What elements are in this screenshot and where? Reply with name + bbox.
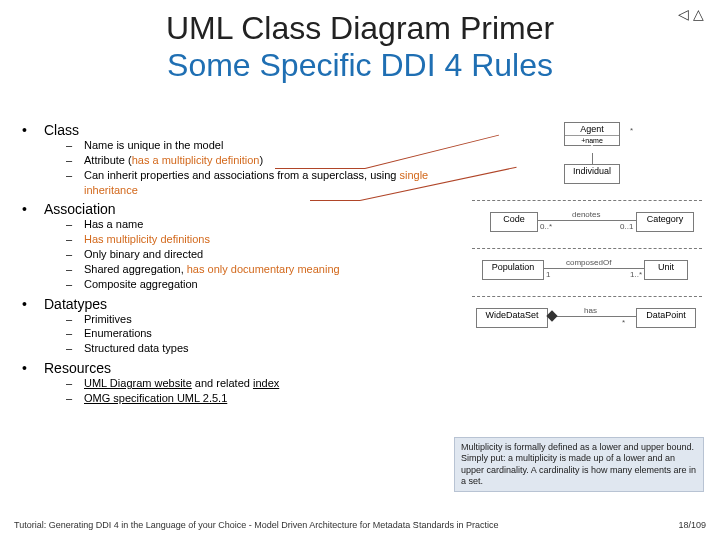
- list-item: –Shared aggregation, has only documentar…: [66, 262, 452, 277]
- list-item: –UML Diagram website and related index: [66, 376, 452, 391]
- multiplicity-label: 0..1: [620, 222, 633, 231]
- multiplicity-label: 1..*: [630, 270, 642, 279]
- uml-website-link[interactable]: UML Diagram website: [84, 377, 192, 389]
- slide-title: UML Class Diagram Primer Some Specific D…: [0, 0, 720, 84]
- list-item: –Structured data types: [66, 341, 452, 356]
- list-item: –Primitives: [66, 312, 452, 327]
- item-text: Enumerations: [84, 326, 152, 341]
- item-text: Shared aggregation, has only documentary…: [84, 262, 340, 277]
- class-category: Category: [636, 212, 694, 232]
- association-line: [544, 268, 644, 269]
- separator-line: [472, 296, 702, 297]
- list-item: –OMG specification UML 2.5.1: [66, 391, 452, 406]
- class-individual: Individual: [564, 164, 620, 184]
- item-text: Composite aggregation: [84, 277, 198, 292]
- heading-class: •Class: [22, 122, 452, 138]
- class-name: DataPoint: [637, 309, 695, 321]
- multiplicity-label: 0..*: [540, 222, 552, 231]
- uml-diagram: Agent +name * Individual Code Category d…: [472, 122, 702, 332]
- title-line1: UML Class Diagram Primer: [0, 10, 720, 47]
- list-item: –Only binary and directed: [66, 247, 452, 262]
- association-line: [538, 220, 636, 221]
- class-name: Population: [483, 261, 543, 273]
- item-text: Name is unique in the model: [84, 138, 223, 153]
- list-item: –Enumerations: [66, 326, 452, 341]
- association-label: has: [584, 306, 597, 315]
- multiplicity-label: 1: [546, 270, 550, 279]
- separator-line: [472, 200, 702, 201]
- heading-datatypes: •Datatypes: [22, 296, 452, 312]
- slide: ◁△ UML Class Diagram Primer Some Specifi…: [0, 0, 720, 540]
- association-line: [548, 316, 636, 317]
- list-item: –Composite aggregation: [66, 277, 452, 292]
- class-agent: Agent +name: [564, 122, 620, 146]
- item-text: Attribute (has a multiplicity definition…: [84, 153, 263, 168]
- class-name: WideDataSet: [477, 309, 547, 321]
- association-label: composedOf: [566, 258, 611, 267]
- page-number: 18/109: [678, 520, 706, 530]
- multiplicity-label: *: [622, 318, 625, 327]
- separator-line: [472, 248, 702, 249]
- heading-class-label: Class: [44, 122, 79, 138]
- class-name: Code: [491, 213, 537, 225]
- class-widedataset: WideDataSet: [476, 308, 548, 328]
- item-text: Structured data types: [84, 341, 189, 356]
- composition-diamond-icon: [546, 310, 557, 321]
- item-text: Primitives: [84, 312, 132, 327]
- class-name: Agent: [565, 123, 619, 136]
- multiplicity-tooltip: Multiplicity is formally defined as a lo…: [454, 437, 704, 492]
- omg-spec-link[interactable]: OMG specification UML 2.5.1: [84, 391, 227, 406]
- item-text: Has a name: [84, 217, 143, 232]
- nav-icons[interactable]: ◁△: [678, 6, 708, 22]
- item-text: Only binary and directed: [84, 247, 203, 262]
- heading-association: •Association: [22, 201, 452, 217]
- footer: Tutorial: Generating DDI 4 in the Langua…: [14, 520, 706, 530]
- heading-resources-label: Resources: [44, 360, 111, 376]
- callout-line: [310, 200, 360, 201]
- item-text: UML Diagram website and related index: [84, 376, 279, 391]
- callout-line: [275, 168, 365, 169]
- heading-association-label: Association: [44, 201, 116, 217]
- multiplicity-label: *: [630, 126, 633, 135]
- list-item: –Has multiplicity definitions: [66, 232, 452, 247]
- heading-datatypes-label: Datatypes: [44, 296, 107, 312]
- uml-index-link[interactable]: index: [253, 377, 279, 389]
- association-label: denotes: [572, 210, 600, 219]
- generalization-arrow-icon: [587, 144, 597, 153]
- class-datapoint: DataPoint: [636, 308, 696, 328]
- list-item: –Has a name: [66, 217, 452, 232]
- list-item: –Name is unique in the model: [66, 138, 452, 153]
- heading-resources: •Resources: [22, 360, 452, 376]
- item-text: Has multiplicity definitions: [84, 232, 210, 247]
- title-line2: Some Specific DDI 4 Rules: [0, 47, 720, 84]
- class-name: Category: [637, 213, 693, 225]
- class-name: Unit: [645, 261, 687, 273]
- class-unit: Unit: [644, 260, 688, 280]
- footer-text: Tutorial: Generating DDI 4 in the Langua…: [14, 520, 498, 530]
- class-code: Code: [490, 212, 538, 232]
- tooltip-text: Multiplicity is formally defined as a lo…: [461, 442, 696, 486]
- class-population: Population: [482, 260, 544, 280]
- class-name: Individual: [565, 165, 619, 177]
